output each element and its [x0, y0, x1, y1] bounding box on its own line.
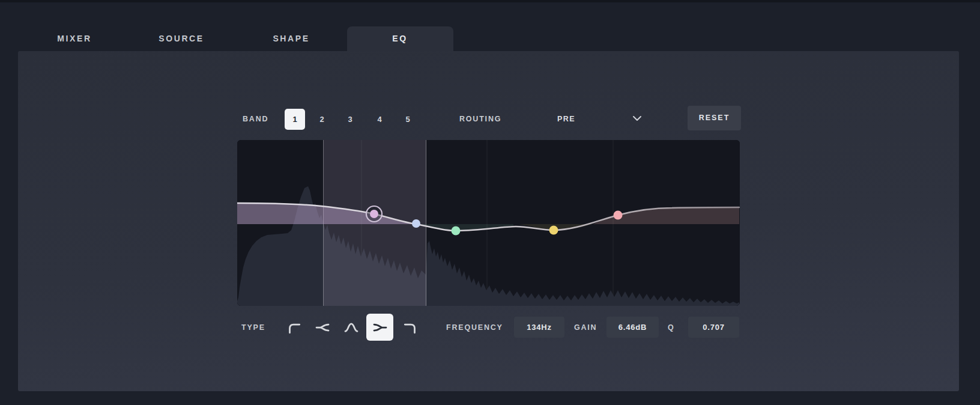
routing-label: ROUTING [459, 115, 501, 123]
type-label: TYPE [241, 323, 265, 332]
eq-graph-canvas [237, 140, 740, 306]
lowpass-icon [401, 318, 419, 336]
reset-button[interactable]: RESET [688, 106, 741, 130]
highshelf-icon [313, 318, 331, 336]
gain-value-field[interactable]: 6.46dB [606, 317, 659, 338]
lowshelf-icon [371, 318, 389, 336]
frequency-value-field[interactable]: 134Hz [514, 317, 564, 338]
eq-node-band4[interactable] [549, 226, 558, 235]
routing-select-value[interactable]: PRE [557, 115, 575, 123]
eq-node-band1[interactable] [370, 210, 378, 218]
eq-node-band5[interactable] [614, 211, 623, 220]
frequency-label: FREQUENCY [446, 323, 503, 332]
tab-shape[interactable]: SHAPE [273, 26, 309, 51]
tab-mixer[interactable]: MIXER [57, 26, 91, 51]
filter-type-bell-button[interactable] [337, 314, 364, 341]
window-top-edge [0, 0, 980, 2]
band-button-5[interactable]: 5 [398, 109, 418, 130]
band-button-2[interactable]: 2 [312, 109, 332, 130]
band-button-3[interactable]: 3 [340, 109, 360, 130]
filter-type-highpass-button[interactable] [280, 314, 307, 341]
filter-type-lowshelf-button[interactable] [366, 314, 393, 341]
filter-type-highshelf-button[interactable] [309, 314, 336, 341]
band-button-4[interactable]: 4 [369, 109, 390, 130]
eq-graph-area[interactable] [237, 140, 740, 306]
tab-eq[interactable]: EQ [392, 26, 407, 51]
highpass-icon [285, 318, 303, 336]
tab-source[interactable]: SOURCE [159, 26, 204, 51]
eq-node-band3[interactable] [452, 227, 461, 236]
band-button-1[interactable]: 1 [285, 109, 305, 130]
band-label: BAND [243, 115, 268, 123]
chevron-down-icon[interactable] [632, 115, 642, 121]
eq-node-band2[interactable] [412, 219, 420, 228]
q-value-field[interactable]: 0.707 [688, 317, 739, 338]
filter-type-lowpass-button[interactable] [396, 314, 423, 341]
q-label: Q [668, 323, 675, 332]
gain-label: GAIN [574, 323, 597, 332]
bell-icon [342, 318, 360, 336]
